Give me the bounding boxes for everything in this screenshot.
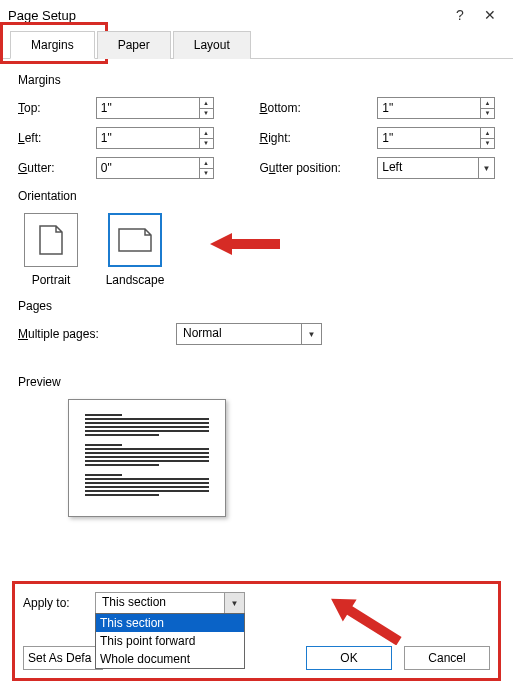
gutter-field[interactable] [97, 158, 199, 178]
apply-to-dropdown: This section This point forward Whole do… [95, 613, 245, 669]
gutter-position-value: Left [378, 158, 478, 178]
section-orientation: Orientation [18, 189, 495, 203]
margin-top-label: Top: [18, 101, 96, 115]
margin-right-label: Right: [259, 131, 377, 145]
margin-bottom-label: Bottom: [259, 101, 377, 115]
apply-option-whole-document[interactable]: Whole document [96, 650, 244, 668]
gutter-position-label: Gutter position: [259, 161, 377, 175]
apply-to-label: Apply to: [23, 596, 87, 610]
gutter-position-select[interactable]: Left ▼ [377, 157, 495, 179]
spin-down-icon[interactable]: ▼ [481, 109, 494, 119]
apply-option-this-section[interactable]: This section [96, 614, 244, 632]
tab-paper[interactable]: Paper [97, 31, 171, 59]
landscape-label: Landscape [102, 273, 168, 287]
multiple-pages-value: Normal [177, 324, 301, 344]
landscape-icon [108, 213, 162, 267]
margin-top-field[interactable] [97, 98, 199, 118]
section-preview: Preview [18, 375, 495, 389]
tab-margins[interactable]: Margins [10, 31, 95, 59]
spin-up-icon[interactable]: ▲ [200, 128, 213, 139]
multiple-pages-select[interactable]: Normal ▼ [176, 323, 322, 345]
chevron-down-icon: ▼ [301, 324, 321, 344]
spin-down-icon[interactable]: ▼ [481, 139, 494, 149]
spin-up-icon[interactable]: ▲ [200, 98, 213, 109]
spin-up-icon[interactable]: ▲ [200, 158, 213, 169]
orientation-portrait[interactable]: Portrait [18, 213, 84, 287]
margin-left-field[interactable] [97, 128, 199, 148]
cancel-button[interactable]: Cancel [404, 646, 490, 670]
margin-right-field[interactable] [378, 128, 480, 148]
tab-layout[interactable]: Layout [173, 31, 251, 59]
help-button[interactable]: ? [445, 7, 475, 23]
margin-left-input[interactable]: ▲▼ [96, 127, 214, 149]
orientation-landscape[interactable]: Landscape [102, 213, 168, 287]
multiple-pages-label: Multiple pages: [18, 327, 176, 341]
apply-to-value: This section [96, 593, 224, 613]
portrait-label: Portrait [18, 273, 84, 287]
preview-thumbnail [68, 399, 226, 517]
set-as-default-button[interactable]: Set As Defa [23, 646, 103, 670]
gutter-input[interactable]: ▲▼ [96, 157, 214, 179]
svg-marker-0 [210, 233, 280, 255]
portrait-icon [24, 213, 78, 267]
spin-down-icon[interactable]: ▼ [200, 139, 213, 149]
close-button[interactable]: ✕ [475, 7, 505, 23]
margin-bottom-input[interactable]: ▲▼ [377, 97, 495, 119]
margin-bottom-field[interactable] [378, 98, 480, 118]
chevron-down-icon: ▼ [478, 158, 494, 178]
spin-down-icon[interactable]: ▼ [200, 169, 213, 179]
annotation-arrow-icon [210, 229, 280, 259]
apply-option-this-point-forward[interactable]: This point forward [96, 632, 244, 650]
ok-button[interactable]: OK [306, 646, 392, 670]
spin-down-icon[interactable]: ▼ [200, 109, 213, 119]
apply-to-select[interactable]: This section ▼ [95, 592, 245, 614]
margin-left-label: Left: [18, 131, 96, 145]
dialog-title: Page Setup [8, 8, 445, 23]
spin-up-icon[interactable]: ▲ [481, 98, 494, 109]
margin-top-input[interactable]: ▲▼ [96, 97, 214, 119]
margin-right-input[interactable]: ▲▼ [377, 127, 495, 149]
section-pages: Pages [18, 299, 495, 313]
chevron-down-icon: ▼ [224, 593, 244, 613]
spin-up-icon[interactable]: ▲ [481, 128, 494, 139]
section-margins: Margins [18, 73, 495, 87]
gutter-label: Gutter: [18, 161, 96, 175]
